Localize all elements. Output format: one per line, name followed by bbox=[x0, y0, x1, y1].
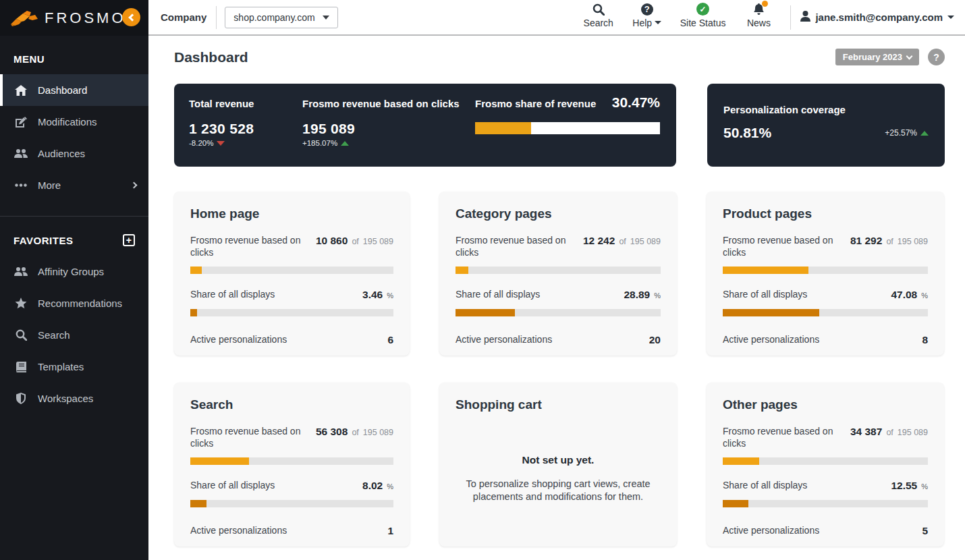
topbar: Company shop.company.com Search ? Help ✓… bbox=[148, 0, 965, 36]
share-label: Share of all displays bbox=[456, 289, 540, 301]
help-nav-button[interactable]: ? Help bbox=[632, 3, 663, 28]
hero-metrics-row: Total revenue 1 230 528 -8.20% Frosmo re… bbox=[174, 84, 945, 167]
users-icon bbox=[13, 267, 28, 277]
revenue-progress-bar bbox=[723, 267, 928, 274]
active-value: 6 bbox=[387, 334, 393, 346]
chevron-right-icon bbox=[131, 182, 138, 189]
metric-change: -8.20% bbox=[189, 139, 302, 147]
shield-icon bbox=[13, 393, 28, 404]
product-pages-card: Product pages Frosmo revenue based on cl… bbox=[707, 192, 944, 356]
bell-icon bbox=[753, 3, 765, 16]
progress-fill bbox=[190, 500, 206, 507]
page-metrics-grid: Home page Frosmo revenue based on clicks… bbox=[174, 192, 945, 547]
progress-fill bbox=[723, 500, 748, 507]
book-icon bbox=[13, 362, 28, 372]
revenue-label: Frosmo revenue based on clicks bbox=[456, 235, 570, 258]
metric-label: Frosmo share of revenue bbox=[475, 98, 596, 109]
share-value: 28.89 bbox=[624, 289, 650, 301]
sidebar-item-templates[interactable]: Templates bbox=[0, 351, 148, 383]
share-of-revenue-metric: Frosmo share of revenue 30.47% bbox=[475, 98, 660, 167]
metric-label: Frosmo revenue based on clicks bbox=[302, 98, 475, 109]
sidebar-item-label: Workspaces bbox=[38, 393, 93, 404]
sidebar-item-more[interactable]: More bbox=[0, 169, 148, 201]
sidebar-item-affinity-groups[interactable]: Affinity Groups bbox=[0, 256, 148, 287]
share-unit: % bbox=[654, 291, 661, 300]
personalization-coverage-card: Personalization coverage 50.81% +25.57% bbox=[707, 84, 945, 167]
logo-strip: FROSMO bbox=[0, 0, 148, 36]
active-value: 20 bbox=[649, 334, 661, 346]
site-status-nav-button[interactable]: ✓ Site Status bbox=[680, 3, 726, 28]
site-selector-dropdown[interactable]: shop.company.com bbox=[225, 7, 338, 28]
total-revenue-metric: Total revenue 1 230 528 -8.20% bbox=[189, 98, 302, 167]
search-card: Search Frosmo revenue based on clicks 56… bbox=[174, 383, 410, 547]
progress-fill bbox=[475, 122, 531, 134]
progress-fill bbox=[723, 267, 808, 274]
sidebar-item-label: Templates bbox=[38, 361, 84, 372]
of-word: of bbox=[886, 428, 893, 437]
card-title: Product pages bbox=[723, 206, 928, 221]
user-email: jane.smith@company.com bbox=[815, 11, 943, 23]
page-header: Dashboard February 2023 ? bbox=[148, 36, 965, 65]
revenue-label: Frosmo revenue based on clicks bbox=[190, 426, 305, 449]
share-of-revenue-progress-bar bbox=[475, 122, 660, 134]
sidebar-item-modifications[interactable]: Modifications bbox=[0, 106, 148, 138]
share-unit: % bbox=[921, 482, 928, 491]
sidebar-item-search[interactable]: Search bbox=[0, 319, 148, 351]
nav-label: Site Status bbox=[680, 18, 726, 28]
card-title: Search bbox=[190, 397, 393, 412]
chevron-left-icon bbox=[128, 13, 136, 21]
home-page-card: Home page Frosmo revenue based on clicks… bbox=[174, 192, 410, 356]
share-unit: % bbox=[921, 291, 928, 300]
user-menu[interactable]: jane.smith@company.com bbox=[800, 11, 954, 24]
active-label: Active personalizations bbox=[190, 525, 287, 537]
revenue-value: 56 308 bbox=[316, 426, 348, 438]
share-progress-bar bbox=[190, 500, 393, 507]
user-icon bbox=[800, 11, 810, 24]
sidebar-item-workspaces[interactable]: Workspaces bbox=[0, 383, 148, 414]
sidebar-item-label: Audiences bbox=[38, 148, 85, 159]
progress-fill bbox=[190, 457, 249, 465]
sidebar-item-label: Search bbox=[38, 329, 70, 341]
sidebar-item-label: More bbox=[38, 179, 61, 191]
add-favorite-icon[interactable]: + bbox=[123, 234, 135, 246]
share-progress-bar bbox=[723, 500, 928, 507]
card-title: Shopping cart bbox=[456, 397, 661, 412]
share-value: 12.55 bbox=[891, 480, 917, 492]
status-check-icon: ✓ bbox=[696, 3, 709, 16]
sidebar-item-audiences[interactable]: Audiences bbox=[0, 138, 148, 169]
news-nav-button[interactable]: News bbox=[743, 3, 774, 28]
share-progress-bar bbox=[190, 309, 393, 316]
revenue-progress-bar bbox=[190, 267, 393, 274]
page-help-button[interactable]: ? bbox=[928, 49, 945, 65]
users-icon bbox=[13, 148, 28, 159]
progress-fill bbox=[723, 457, 759, 465]
of-word: of bbox=[886, 237, 893, 246]
sidebar-item-recommendations[interactable]: Recommendations bbox=[0, 287, 148, 319]
progress-fill bbox=[456, 309, 515, 316]
ellipsis-icon bbox=[13, 184, 28, 187]
favorites-header-label: FAVORITES bbox=[13, 235, 73, 246]
share-unit: % bbox=[387, 291, 393, 300]
sidebar-collapse-button[interactable] bbox=[122, 8, 140, 26]
empty-state: Not set up yet. To personalize shopping … bbox=[456, 454, 661, 503]
other-pages-card: Other pages Frosmo revenue based on clic… bbox=[707, 383, 944, 547]
active-value: 8 bbox=[922, 334, 928, 346]
metric-label: Personalization coverage bbox=[723, 104, 929, 115]
share-progress-bar bbox=[456, 309, 661, 316]
revenue-label: Frosmo revenue based on clicks bbox=[723, 426, 837, 449]
period-label: February 2023 bbox=[843, 52, 902, 62]
progress-fill bbox=[190, 267, 202, 274]
notification-dot bbox=[762, 1, 768, 7]
revenue-progress-bar bbox=[190, 457, 393, 465]
period-selector-button[interactable]: February 2023 bbox=[835, 49, 919, 65]
menu-header-label: MENU bbox=[13, 53, 45, 65]
revenue-progress-bar bbox=[456, 267, 661, 274]
chevron-down-icon bbox=[323, 16, 329, 20]
sidebar-item-dashboard[interactable]: Dashboard bbox=[0, 74, 148, 106]
trend-up-icon bbox=[341, 141, 349, 146]
sidebar-item-label: Recommendations bbox=[38, 298, 122, 309]
card-title: Home page bbox=[190, 206, 393, 221]
revenue-value: 81 292 bbox=[850, 235, 882, 247]
search-nav-button[interactable]: Search bbox=[583, 3, 614, 28]
brand-name: FROSMO bbox=[45, 9, 126, 27]
